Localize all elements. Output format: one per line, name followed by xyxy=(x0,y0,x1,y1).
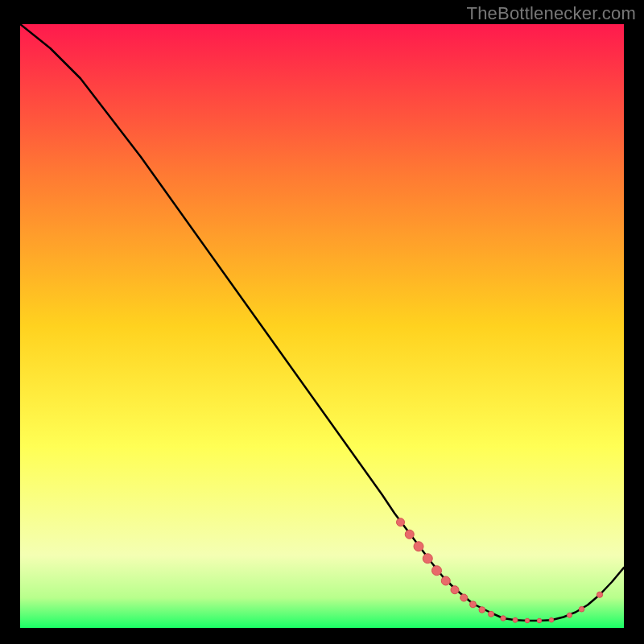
marker-dot xyxy=(470,601,477,608)
marker-dot xyxy=(501,616,506,621)
marker-dot xyxy=(414,542,423,551)
marker-dot xyxy=(405,530,414,539)
chart-svg xyxy=(20,24,624,628)
attribution-label: TheBottlenecker.com xyxy=(467,3,636,24)
marker-dot xyxy=(441,576,450,585)
marker-dot xyxy=(597,592,602,597)
marker-dot xyxy=(432,566,442,576)
marker-dot xyxy=(489,611,494,617)
marker-dot xyxy=(525,618,530,623)
marker-dot xyxy=(423,554,432,564)
marker-dot xyxy=(397,518,405,526)
marker-dot xyxy=(537,618,542,623)
marker-dot xyxy=(460,594,468,601)
chart-frame: TheBottlenecker.com xyxy=(0,0,644,644)
plot-area xyxy=(20,24,624,628)
marker-dot xyxy=(549,617,554,622)
marker-dot xyxy=(513,617,518,622)
marker-dot xyxy=(568,613,572,617)
marker-dot xyxy=(579,606,584,612)
marker-dot xyxy=(451,586,459,594)
marker-dot xyxy=(479,607,485,613)
heatmap-background xyxy=(20,24,624,628)
